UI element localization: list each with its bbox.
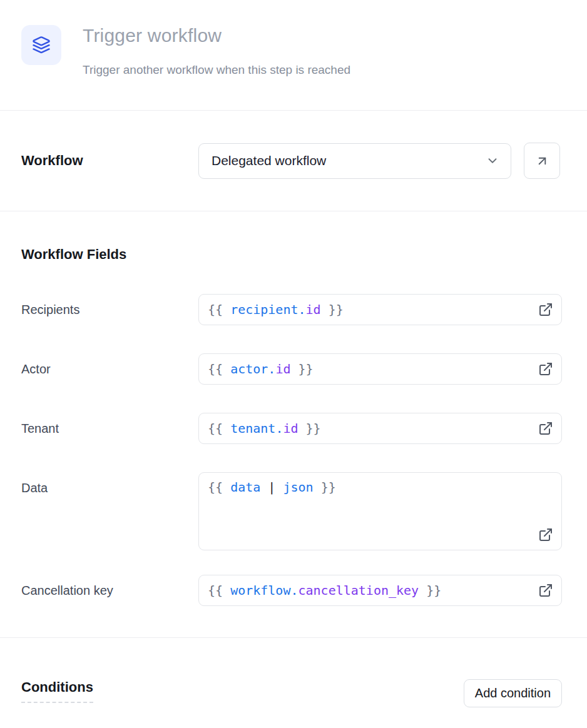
field-label: Data	[21, 472, 198, 495]
field-row: Recipients {{ recipient.id }}	[21, 294, 562, 325]
field-label: Cancellation key	[21, 583, 198, 598]
field-input-tenant[interactable]: {{ tenant.id }}	[198, 413, 562, 444]
workflow-select-value: Delegated workflow	[212, 153, 326, 168]
conditions-heading: Conditions	[21, 679, 93, 703]
field-label: Recipients	[21, 302, 198, 317]
step-icon-badge	[21, 25, 61, 65]
field-code-value: {{ workflow.cancellation_key }}	[208, 583, 441, 598]
external-link-icon[interactable]	[538, 583, 553, 598]
workflow-fields-heading: Workflow Fields	[21, 246, 562, 263]
field-input-recipients[interactable]: {{ recipient.id }}	[198, 294, 562, 325]
layers-icon	[32, 36, 51, 54]
open-workflow-button[interactable]	[524, 143, 560, 179]
field-input-data[interactable]: {{ data | json }}	[198, 472, 562, 550]
field-label: Tenant	[21, 421, 198, 436]
external-link-icon[interactable]	[538, 421, 553, 436]
workflow-select-section: Workflow Delegated workflow	[0, 111, 587, 211]
field-code-value: {{ recipient.id }}	[208, 302, 344, 317]
field-row: Actor {{ actor.id }}	[21, 353, 562, 385]
field-row: Tenant {{ tenant.id }}	[21, 413, 562, 444]
external-link-icon[interactable]	[538, 527, 553, 542]
field-label: Actor	[21, 361, 198, 377]
step-header: Trigger workflow Trigger another workflo…	[0, 0, 587, 111]
workflow-select[interactable]: Delegated workflow	[198, 143, 511, 179]
arrow-up-right-icon	[535, 154, 549, 168]
field-code-value: {{ data | json }}	[208, 480, 336, 495]
field-code-value: {{ actor.id }}	[208, 361, 314, 377]
workflow-label: Workflow	[21, 153, 198, 169]
step-title[interactable]: Trigger workflow	[83, 25, 562, 46]
step-subtitle: Trigger another workflow when this step …	[83, 63, 562, 77]
workflow-fields-section: Workflow Fields Recipients {{ recipient.…	[0, 211, 587, 638]
chevron-down-icon	[486, 154, 499, 168]
add-condition-button[interactable]: Add condition	[464, 679, 562, 707]
workflow-fields-rows: Recipients {{ recipient.id }} Actor {{ a…	[21, 294, 562, 606]
field-input-actor[interactable]: {{ actor.id }}	[198, 353, 562, 385]
field-input-cancellation-key[interactable]: {{ workflow.cancellation_key }}	[198, 575, 562, 606]
field-row: Data {{ data | json }}	[21, 472, 562, 550]
external-link-icon[interactable]	[538, 361, 553, 377]
field-row: Cancellation key {{ workflow.cancellatio…	[21, 575, 562, 606]
external-link-icon[interactable]	[538, 302, 553, 317]
step-header-text: Trigger workflow Trigger another workflo…	[83, 25, 562, 77]
conditions-section: Conditions Add condition	[0, 638, 587, 707]
field-code-value: {{ tenant.id }}	[208, 421, 321, 436]
